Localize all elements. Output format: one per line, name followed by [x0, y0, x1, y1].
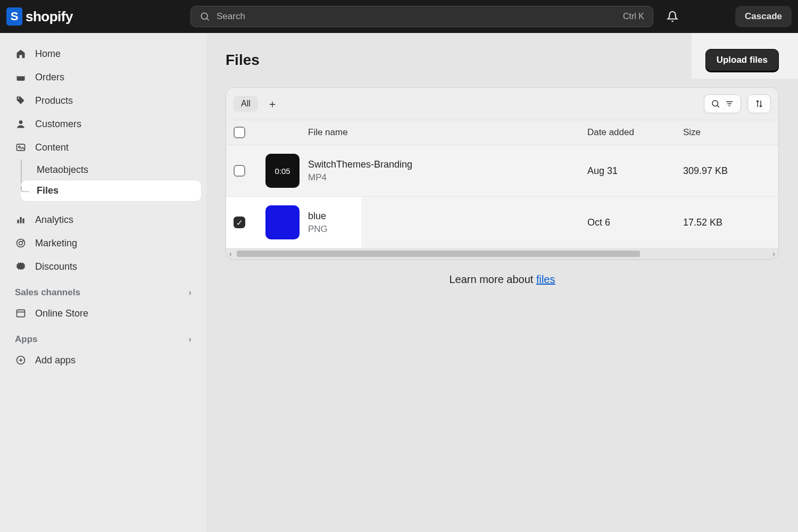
select-all-checkbox[interactable] — [234, 127, 245, 138]
add-view-button[interactable]: ＋ — [264, 96, 280, 112]
svg-point-0 — [201, 13, 207, 19]
onlinestore-icon — [15, 307, 27, 319]
store-switcher[interactable]: Cascade — [735, 6, 792, 27]
svg-line-1 — [207, 19, 209, 21]
sidebar-label: Home — [35, 48, 61, 60]
sidebar-sublabel: Metaobjects — [37, 164, 88, 176]
analytics-icon — [15, 214, 27, 226]
search-icon — [200, 11, 210, 22]
customers-icon — [15, 118, 27, 130]
svg-point-5 — [19, 120, 23, 124]
topbar: shopify Ctrl K Cascade — [0, 0, 798, 33]
sidebar-label: Content — [35, 142, 69, 153]
sidebar-item-home[interactable]: Home — [5, 43, 201, 65]
sidebar-label: Customers — [35, 119, 81, 130]
chevron-right-icon: › — [188, 287, 192, 298]
brand[interactable]: shopify — [6, 7, 182, 26]
svg-point-15 — [712, 101, 718, 106]
search-shortcut: Ctrl K — [623, 12, 644, 21]
sidebar-label: Add apps — [35, 355, 76, 366]
apps-header[interactable]: Apps › — [5, 326, 201, 348]
file-thumbnail — [265, 205, 300, 239]
scrollbar-thumb[interactable] — [237, 251, 640, 257]
learn-files-link[interactable]: files — [536, 273, 555, 285]
row-checkbox[interactable] — [234, 165, 245, 177]
orders-icon — [15, 71, 27, 83]
files-card: All ＋ — [226, 87, 779, 260]
sidebar-label: Analytics — [35, 214, 73, 226]
search-icon — [711, 99, 720, 109]
table-row[interactable]: blue PNG Oct 6 17.52 KB — [226, 197, 778, 248]
main-content: Files Upload files All ＋ — [206, 33, 798, 532]
home-icon — [15, 48, 27, 60]
sidebar-item-customers[interactable]: Customers — [5, 113, 201, 135]
file-size: 309.97 KB — [683, 165, 771, 177]
sidebar-item-products[interactable]: Products — [5, 89, 201, 112]
bell-icon — [667, 11, 678, 22]
svg-line-16 — [717, 105, 719, 107]
svg-rect-3 — [17, 74, 25, 76]
section-label: Sales channels — [15, 287, 80, 298]
svg-rect-9 — [20, 217, 21, 223]
row-checkbox[interactable] — [234, 217, 245, 228]
page-title: Files — [226, 52, 260, 69]
file-name: blue — [308, 211, 587, 222]
sidebar-item-online-store[interactable]: Online Store — [5, 302, 201, 325]
search-bar[interactable]: Ctrl K — [190, 6, 653, 27]
sidebar-label: Orders — [35, 72, 64, 83]
file-date: Oct 6 — [587, 217, 683, 228]
file-date: Aug 31 — [587, 165, 683, 177]
files-table: File name Date added Size 0:05 SwitchThe… — [226, 120, 778, 248]
table-header: File name Date added Size — [226, 120, 778, 145]
sidebar-subitem-metaobjects[interactable]: Metaobjects — [21, 160, 201, 180]
discounts-icon — [15, 261, 27, 272]
col-filename: File name — [308, 127, 587, 138]
sidebar-label: Products — [35, 95, 73, 106]
tab-all[interactable]: All — [234, 96, 258, 112]
plus-icon: ＋ — [267, 97, 278, 111]
notifications-button[interactable] — [662, 6, 683, 27]
upload-label: Upload files — [717, 55, 768, 65]
svg-point-7 — [19, 146, 20, 148]
svg-point-12 — [19, 242, 23, 245]
content-icon — [15, 142, 27, 153]
shopify-logo-icon — [6, 7, 22, 26]
search-input[interactable] — [217, 11, 617, 22]
section-label: Apps — [15, 334, 38, 345]
sidebar-item-add-apps[interactable]: Add apps — [5, 349, 201, 371]
col-size: Size — [683, 127, 771, 138]
sort-button[interactable] — [747, 94, 771, 113]
sort-icon — [754, 99, 764, 109]
sidebar-item-marketing[interactable]: Marketing — [5, 232, 201, 254]
store-name: Cascade — [745, 11, 782, 22]
svg-rect-6 — [17, 144, 25, 151]
products-icon — [15, 95, 27, 106]
sidebar-item-discounts[interactable]: Discounts — [5, 255, 201, 278]
filter-icon — [725, 99, 734, 109]
file-type: MP4 — [308, 172, 587, 183]
sidebar-item-analytics[interactable]: Analytics — [5, 209, 201, 231]
sidebar-item-orders[interactable]: Orders — [5, 66, 201, 88]
tab-label: All — [241, 99, 251, 108]
learn-more: Learn more about files — [226, 273, 779, 286]
chevron-right-icon: › — [188, 334, 192, 345]
sidebar-sublabel: Files — [37, 185, 59, 196]
file-type: PNG — [308, 224, 587, 235]
svg-rect-10 — [22, 219, 24, 223]
marketing-icon — [15, 237, 27, 249]
search-filter-button[interactable] — [704, 94, 741, 113]
svg-rect-8 — [17, 220, 19, 223]
sidebar-label: Online Store — [35, 308, 88, 319]
sidebar-subitem-files[interactable]: Files — [21, 180, 201, 201]
upload-files-button[interactable]: Upload files — [705, 49, 779, 71]
table-row[interactable]: 0:05 SwitchThemes-Branding MP4 Aug 31 30… — [226, 145, 778, 197]
svg-rect-13 — [17, 310, 25, 317]
sales-channels-header[interactable]: Sales channels › — [5, 279, 201, 301]
addapps-icon — [15, 354, 27, 366]
file-size: 17.52 KB — [683, 217, 771, 228]
file-name: SwitchThemes-Branding — [308, 159, 587, 170]
horizontal-scrollbar[interactable] — [226, 248, 778, 259]
learn-prefix: Learn more about — [449, 273, 536, 285]
sidebar-item-content[interactable]: Content — [5, 136, 201, 159]
brand-name: shopify — [26, 9, 73, 25]
